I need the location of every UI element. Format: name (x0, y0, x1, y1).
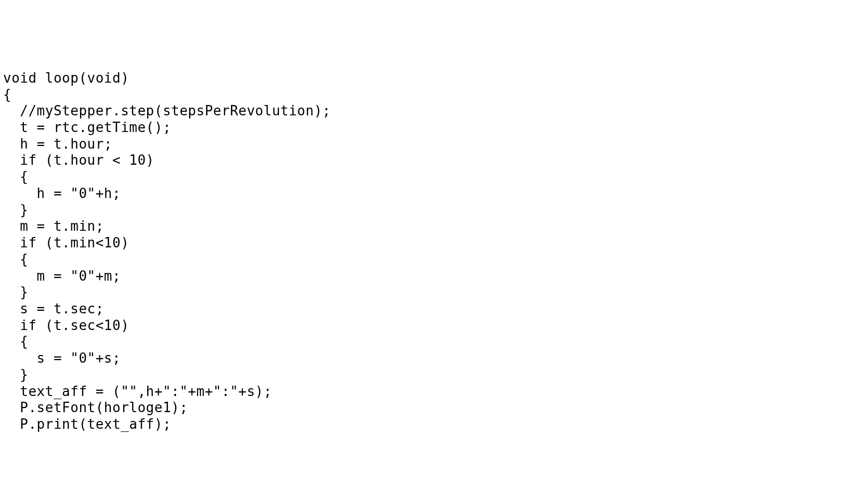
code-line: s = t.sec; (3, 301, 868, 318)
code-line: m = t.min; (3, 218, 868, 235)
code-line: s = "0"+s; (3, 350, 868, 367)
code-line: if (t.min<10) (3, 235, 868, 252)
code-line: h = "0"+h; (3, 186, 868, 202)
code-line: //myStepper.step(stepsPerRevolution); (3, 103, 868, 120)
code-line: } (3, 202, 868, 219)
code-block: void loop(void){ //myStepper.step(stepsP… (3, 70, 868, 433)
code-line: } (3, 284, 868, 301)
code-line: { (3, 169, 868, 186)
code-line: h = t.hour; (3, 136, 868, 153)
code-line: m = "0"+m; (3, 268, 868, 285)
code-line: if (t.hour < 10) (3, 152, 868, 169)
code-line: { (3, 334, 868, 350)
code-line: { (3, 252, 868, 268)
code-line: void loop(void) (3, 70, 868, 87)
code-line: } (3, 367, 868, 384)
code-line: P.print(text_aff); (3, 416, 868, 433)
code-line: P.setFont(horloge1); (3, 400, 868, 416)
code-line: t = rtc.getTime(); (3, 120, 868, 136)
code-line: if (t.sec<10) (3, 318, 868, 334)
code-line: { (3, 87, 868, 103)
code-line: text_aff = ("",h+":"+m+":"+s); (3, 384, 868, 400)
